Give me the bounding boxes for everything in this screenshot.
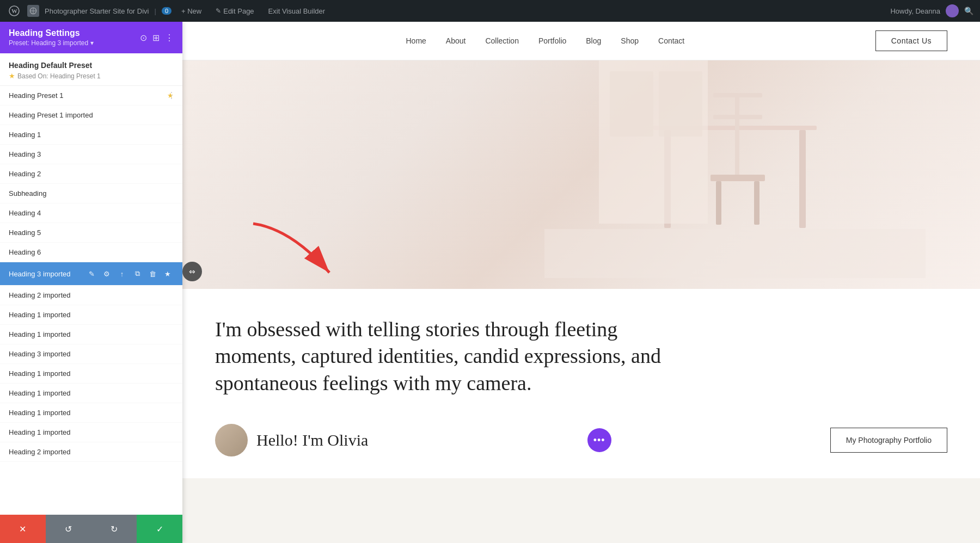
save-button[interactable]: ✓ (137, 515, 182, 543)
list-item[interactable]: Heading 3 (0, 145, 182, 164)
list-item[interactable]: Heading 1 imported (0, 423, 182, 442)
bio-name: Hello! I'm Olivia (256, 431, 368, 449)
svg-rect-10 (716, 181, 721, 225)
pencil-icon: ✎ (216, 7, 221, 15)
svg-rect-13 (610, 71, 653, 137)
panel-footer: ✕ ↺ ↻ ✓ (0, 515, 182, 543)
list-item[interactable]: Heading 1 imported (0, 384, 182, 403)
list-item[interactable]: Heading 1 (0, 125, 182, 145)
preset-list: Heading Preset 1 ★ ⋮ Heading Preset 1 im… (0, 86, 182, 515)
admin-bar: W Photographer Starter Site for Divi | 0… (0, 0, 980, 22)
panel-search-icon[interactable]: ⊙ (140, 33, 147, 43)
list-item[interactable]: Heading Preset 1 ★ ⋮ (0, 86, 182, 106)
svg-rect-11 (754, 181, 759, 225)
default-preset-section: Heading Default Preset ★ Based On: Headi… (0, 53, 182, 86)
nav-portfolio[interactable]: Portfolio (538, 36, 566, 45)
nav-links: Home About Collection Portfolio Blog Sho… (215, 36, 875, 45)
bio-section: Hello! I'm Olivia ••• My Photography Por… (182, 418, 980, 478)
swap-panels-icon[interactable]: ⇔ (182, 262, 202, 281)
site-name[interactable]: Photographer Starter Site for Divi (45, 7, 149, 15)
list-item-active[interactable]: Heading 3 imported ✎ ⚙ ↑ ⧉ 🗑 ★ (0, 262, 182, 286)
undo-button[interactable]: ↺ (46, 515, 91, 543)
more-options-button[interactable]: ••• (587, 428, 611, 452)
list-item[interactable]: Heading 1 imported (0, 305, 182, 325)
hero-background (182, 60, 980, 289)
panel-title: Heading Settings (9, 28, 94, 38)
star-preset-icon[interactable]: ★ (162, 268, 174, 280)
edit-page-button[interactable]: ✎ Edit Page (211, 5, 258, 17)
bio-avatar (215, 424, 248, 456)
list-item[interactable]: Heading 6 (0, 243, 182, 262)
default-preset-title: Heading Default Preset (9, 61, 174, 70)
list-item[interactable]: Heading 1 imported (0, 364, 182, 384)
bio-left: Hello! I'm Olivia (215, 424, 368, 456)
list-item[interactable]: Heading Preset 1 imported (0, 106, 182, 125)
nav-home[interactable]: Home (406, 36, 426, 45)
quote-text: I'm obsessed with telling stories throug… (215, 316, 694, 397)
contact-us-button[interactable]: Contact Us (875, 30, 947, 51)
cancel-button[interactable]: ✕ (0, 515, 46, 543)
panel-menu-icon[interactable]: ⋮ (165, 33, 174, 43)
list-item[interactable]: Subheading (0, 184, 182, 203)
svg-rect-15 (544, 229, 926, 278)
panel-preset-subtitle[interactable]: Preset: Heading 3 imported ▾ (9, 39, 94, 47)
howdy-text: Howdy, Deanna (890, 7, 940, 15)
comment-count[interactable]: 0 (162, 7, 171, 15)
panel-header: Heading Settings Preset: Heading 3 impor… (0, 22, 182, 53)
list-item[interactable]: Heading 1 imported (0, 325, 182, 344)
search-icon[interactable]: 🔍 (964, 7, 973, 15)
wordpress-logo[interactable]: W (7, 3, 22, 18)
undo-icon: ↺ (65, 524, 72, 534)
default-preset-based: ★ Based On: Heading Preset 1 (9, 72, 174, 80)
heading-settings-panel: Heading Settings Preset: Heading 3 impor… (0, 22, 182, 543)
duplicate-preset-icon[interactable]: ⧉ (131, 268, 143, 280)
user-avatar[interactable] (946, 4, 959, 17)
nav-collection[interactable]: Collection (485, 36, 518, 45)
site-navigation: Home About Collection Portfolio Blog Sho… (182, 22, 980, 60)
svg-rect-8 (713, 115, 762, 119)
hero-section (182, 60, 980, 289)
edit-preset-icon[interactable]: ✎ (85, 268, 97, 280)
panel-grid-icon[interactable]: ⊞ (152, 33, 160, 43)
list-item[interactable]: Heading 1 imported (0, 403, 182, 423)
svg-rect-7 (713, 93, 762, 97)
hero-illustration (544, 60, 926, 278)
site-icon (27, 5, 39, 17)
export-preset-icon[interactable]: ↑ (116, 268, 128, 280)
svg-rect-9 (710, 175, 765, 181)
exit-builder-button[interactable]: Exit Visual Builder (264, 5, 330, 17)
preset-menu-icon[interactable]: ⋮ (167, 90, 176, 101)
cancel-icon: ✕ (19, 524, 26, 534)
preset-toolbar: ✎ ⚙ ↑ ⧉ 🗑 ★ (85, 268, 174, 280)
redo-icon: ↻ (111, 524, 118, 534)
portfolio-button[interactable]: My Photography Portfolio (830, 428, 947, 453)
svg-rect-6 (735, 93, 739, 180)
list-item[interactable]: Heading 2 imported (0, 442, 182, 462)
delete-preset-icon[interactable]: 🗑 (146, 268, 158, 280)
nav-shop[interactable]: Shop (621, 36, 639, 45)
svg-rect-5 (799, 130, 806, 228)
new-button[interactable]: + New (177, 5, 206, 17)
settings-preset-icon[interactable]: ⚙ (101, 268, 113, 280)
star-icon: ★ (9, 72, 15, 80)
nav-about[interactable]: About (446, 36, 466, 45)
list-item[interactable]: Heading 5 (0, 223, 182, 243)
quote-section: I'm obsessed with telling stories throug… (182, 289, 980, 418)
nav-blog[interactable]: Blog (586, 36, 601, 45)
list-item[interactable]: Heading 4 (0, 203, 182, 223)
main-container: Heading Settings Preset: Heading 3 impor… (0, 22, 980, 543)
redo-button[interactable]: ↻ (91, 515, 137, 543)
save-icon: ✓ (156, 524, 163, 534)
list-item[interactable]: Heading 2 (0, 164, 182, 184)
site-preview: Home About Collection Portfolio Blog Sho… (182, 22, 980, 543)
list-item[interactable]: Heading 3 imported (0, 344, 182, 364)
list-item[interactable]: Heading 2 imported (0, 286, 182, 305)
panel-header-icons: ⊙ ⊞ ⋮ (140, 33, 174, 43)
nav-contact[interactable]: Contact (658, 36, 684, 45)
svg-rect-14 (659, 71, 702, 137)
svg-text:W: W (11, 8, 17, 14)
